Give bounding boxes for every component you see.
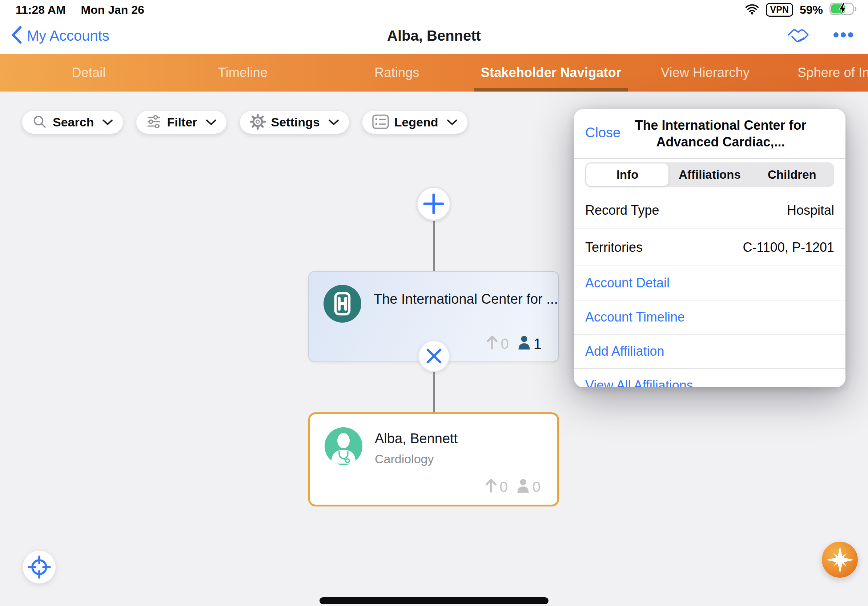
- tab-sphere-of-influence[interactable]: Sphere of In: [782, 54, 868, 91]
- up-arrow-icon: [485, 478, 497, 496]
- more-options-icon[interactable]: [833, 32, 854, 39]
- add-parent-button[interactable]: [417, 187, 451, 221]
- territories-row: Territories C-1100, P-1201: [574, 229, 845, 266]
- settings-button[interactable]: Settings: [240, 111, 349, 134]
- wifi-icon: [745, 4, 760, 16]
- segment-children[interactable]: Children: [751, 164, 833, 186]
- tab-stakeholder-navigator[interactable]: Stakeholder Navigator: [474, 54, 628, 91]
- legend-icon: [372, 114, 389, 130]
- collapse-node-button[interactable]: [418, 340, 450, 372]
- up-arrow-icon: [486, 335, 498, 353]
- tab-view-hierarchy[interactable]: View Hierarchy: [628, 54, 782, 91]
- tab-timeline[interactable]: Timeline: [166, 54, 320, 91]
- search-button[interactable]: Search: [22, 111, 123, 134]
- gear-icon: [250, 114, 266, 131]
- segment-info[interactable]: Info: [586, 164, 668, 186]
- view-all-affiliations-link[interactable]: View All Affiliations: [574, 369, 845, 387]
- account-detail-panel: Close The International Center for Advan…: [574, 109, 845, 387]
- plus-icon: [422, 192, 446, 216]
- doctor-avatar-icon: [325, 427, 363, 465]
- starburst-icon: [826, 545, 854, 574]
- battery-charging-icon: [829, 3, 857, 17]
- status-bar: 11:28 AM Mon Jan 26 VPN 59%: [0, 0, 868, 17]
- tab-detail[interactable]: Detail: [12, 54, 166, 91]
- add-affiliation-link[interactable]: Add Affiliation: [574, 335, 845, 369]
- person-icon: [518, 335, 531, 353]
- chevron-down-icon: [328, 119, 339, 126]
- stakeholder-canvas[interactable]: Search Filter: [0, 91, 868, 606]
- node-stats: 0 0: [485, 478, 547, 496]
- tab-bar: Detail Timeline Ratings Stakeholder Navi…: [0, 54, 868, 91]
- node-title: Alba, Bennett: [375, 431, 457, 447]
- handshake-icon[interactable]: [787, 26, 809, 45]
- node-specialty: Cardiology: [375, 452, 434, 466]
- chevron-down-icon: [102, 119, 113, 126]
- page-title: Alba, Bennett: [0, 28, 868, 44]
- chevron-down-icon: [447, 119, 457, 126]
- segment-affiliations[interactable]: Affiliations: [668, 164, 750, 186]
- node-title: The International Center for ...: [374, 291, 558, 307]
- panel-segmented-control: Info Affiliations Children: [585, 162, 834, 187]
- hospital-icon: [324, 285, 361, 323]
- status-time: 11:28 AM: [16, 3, 66, 17]
- person-icon: [516, 478, 530, 496]
- home-indicator[interactable]: [319, 597, 549, 604]
- target-icon: [25, 553, 53, 581]
- nav-bar: My Accounts Alba, Bennett: [0, 17, 868, 54]
- tab-ratings[interactable]: Ratings: [320, 54, 474, 91]
- account-timeline-link[interactable]: Account Timeline: [574, 300, 845, 335]
- chevron-down-icon: [206, 119, 217, 126]
- suggestions-fab[interactable]: [822, 542, 858, 578]
- account-detail-link[interactable]: Account Detail: [574, 266, 845, 300]
- search-icon: [32, 114, 47, 131]
- filter-sliders-icon: [146, 114, 161, 131]
- node-stats: 0 1: [486, 335, 548, 353]
- recenter-button[interactable]: [23, 551, 56, 583]
- panel-title: The International Center for Advanced Ca…: [618, 117, 824, 150]
- status-date: Mon Jan 26: [81, 3, 144, 17]
- canvas-toolbar: Search Filter: [22, 111, 467, 134]
- filter-button[interactable]: Filter: [136, 111, 226, 134]
- vpn-badge: VPN: [766, 3, 793, 17]
- legend-button[interactable]: Legend: [363, 111, 467, 134]
- x-icon: [425, 346, 443, 365]
- close-button[interactable]: Close: [585, 125, 620, 141]
- battery-percent: 59%: [800, 3, 823, 17]
- node-card-alba-bennett[interactable]: Alba, Bennett Cardiology 0 0: [308, 412, 559, 507]
- record-type-row: Record Type Hospital: [574, 192, 845, 229]
